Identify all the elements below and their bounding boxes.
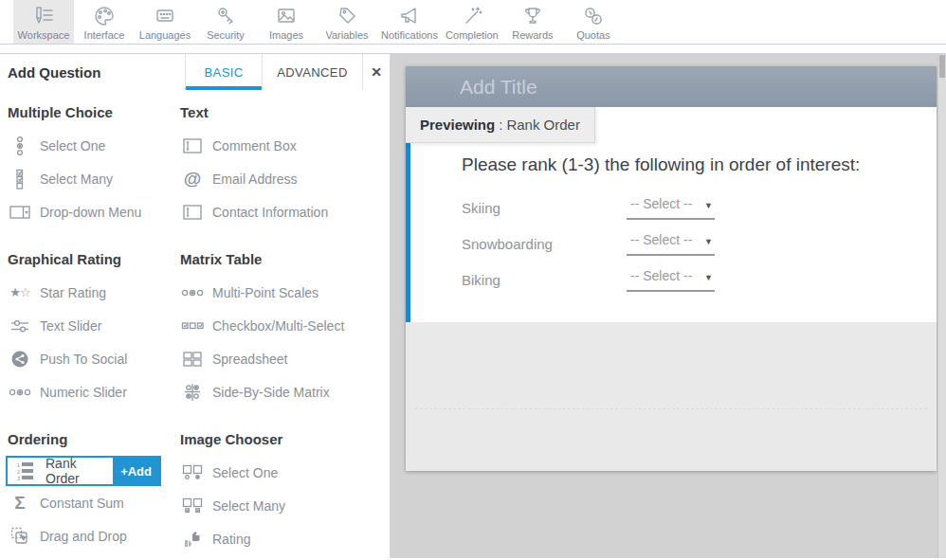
rank-row-label: Biking <box>462 272 627 288</box>
item-push-to-social[interactable]: Push To Social <box>8 342 180 375</box>
languages-icon <box>153 4 177 28</box>
item-side-by-side-matrix[interactable]: Side-By-Side Matrix <box>180 375 390 408</box>
toolbar-item-security[interactable]: Security <box>195 0 256 44</box>
rank-select-snowboarding[interactable]: -- Select -- ▼ <box>627 232 715 256</box>
previewing-value: Rank Order <box>506 117 580 133</box>
item-image-select-one[interactable]: Select One <box>180 456 390 489</box>
section-title: Multiple Choice <box>8 102 180 123</box>
item-label: Push To Social <box>40 352 127 367</box>
item-multi-point-scales[interactable]: Multi-Point Scales <box>180 276 390 309</box>
item-label: Side-By-Side Matrix <box>212 385 330 400</box>
item-dropdown-menu[interactable]: Drop-down Menu <box>8 195 180 228</box>
radio-list-icon <box>8 135 32 156</box>
item-label: Numeric Slider <box>40 385 127 400</box>
toolbar-label: Rewards <box>512 29 553 41</box>
panel-header: Add Question BASIC ADVANCED ✕ <box>0 54 390 90</box>
grid-icon <box>180 352 205 367</box>
item-label: Contact Information <box>212 205 328 220</box>
item-drag-and-drop[interactable]: Drag and Drop <box>8 519 180 552</box>
item-image-rating[interactable]: Rating <box>180 522 390 555</box>
preview-area: Add Title Previewing : Rank Order Please… <box>391 54 946 558</box>
notifications-icon <box>397 4 422 28</box>
quotas-icon <box>581 4 606 28</box>
toolbar-item-languages[interactable]: Languages <box>135 0 195 44</box>
section-graphical-rating: Graphical Rating ★☆ Star Rating Text Sli… <box>8 249 180 408</box>
checkbox-list-icon <box>8 169 32 190</box>
textbox-icon <box>180 137 205 154</box>
rank-row-label: Skiing <box>462 200 627 216</box>
toolbar-item-workspace[interactable]: Workspace <box>13 0 74 44</box>
matrix-icon <box>180 384 205 401</box>
item-select-many[interactable]: Select Many <box>8 162 180 195</box>
scrollbar-thumb[interactable] <box>939 55 945 78</box>
image-radio-icon <box>180 464 205 481</box>
svg-text:1: 1 <box>17 462 20 468</box>
previewing-separator: : <box>499 117 502 133</box>
tab-advanced[interactable]: ADVANCED <box>262 54 362 90</box>
add-button[interactable]: +Add <box>113 458 159 484</box>
item-text-slider[interactable]: Text Slider <box>8 309 180 342</box>
toolbar-label: Languages <box>139 29 191 41</box>
rank-select-skiing[interactable]: -- Select -- ▼ <box>627 196 715 220</box>
item-label: Select Many <box>40 172 113 187</box>
toolbar-item-rewards[interactable]: Rewards <box>502 0 563 44</box>
svg-text:2: 2 <box>17 469 20 475</box>
slider-icon <box>8 318 32 334</box>
rank-row-label: Snowboarding <box>462 236 627 252</box>
item-checkbox-multi-select[interactable]: Checkbox/Multi-Select <box>180 309 390 342</box>
close-icon[interactable]: ✕ <box>362 54 390 90</box>
item-email-address[interactable]: @ Email Address <box>180 162 390 195</box>
item-comment-box[interactable]: Comment Box <box>180 129 390 162</box>
tab-basic[interactable]: BASIC <box>185 54 262 90</box>
item-label: Drag and Drop <box>40 529 127 544</box>
item-label: Multi-Point Scales <box>212 285 318 300</box>
thumbs-icon <box>180 531 205 548</box>
at-icon: @ <box>180 169 205 190</box>
section-matrix-table: Matrix Table Multi-Point Scales Checkbox… <box>180 249 390 408</box>
toolbar-divider-strip <box>0 45 946 54</box>
item-label: Drop-down Menu <box>40 205 141 220</box>
share-icon <box>8 350 32 369</box>
toolbar-item-images[interactable]: Images <box>256 0 317 44</box>
item-contact-information[interactable]: Contact Information <box>180 195 390 228</box>
item-rank-order[interactable]: 123 Rank Order +Add <box>6 456 161 486</box>
toolbar-label: Notifications <box>381 29 438 41</box>
vertical-scrollbar[interactable] <box>937 54 946 558</box>
rank-select-biking[interactable]: -- Select -- ▼ <box>627 268 715 292</box>
item-label: Select One <box>212 465 278 480</box>
radio-row-icon <box>180 287 205 298</box>
item-star-rating[interactable]: ★☆ Star Rating <box>8 276 180 309</box>
section-title: Text <box>180 102 390 123</box>
previewing-label: Previewing <box>420 117 495 133</box>
toolbar-item-variables[interactable]: Variables <box>317 0 377 44</box>
item-image-select-many[interactable]: Select Many <box>180 489 390 522</box>
chevron-down-icon: ▼ <box>704 201 713 210</box>
section-title: Graphical Rating <box>8 249 180 270</box>
rewards-icon <box>520 4 545 28</box>
toolbar-item-quotas[interactable]: Quotas <box>563 0 624 44</box>
survey-title-field[interactable]: Add Title <box>406 66 937 107</box>
rank-order-icon: 123 <box>13 461 38 480</box>
toolbar-item-completion[interactable]: Completion <box>442 0 502 44</box>
item-numeric-slider[interactable]: Numeric Slider <box>8 375 180 408</box>
previewing-badge: Previewing : Rank Order <box>406 107 595 143</box>
select-value: -- Select -- <box>630 232 692 247</box>
sigma-icon: Σ <box>8 493 32 514</box>
item-label: Select One <box>40 138 105 154</box>
toolbar-label: Security <box>207 29 245 41</box>
item-label: Checkbox/Multi-Select <box>212 318 344 334</box>
item-label: Constant Sum <box>40 496 124 511</box>
toolbar-item-notifications[interactable]: Notifications <box>377 0 442 44</box>
toolbar-item-interface[interactable]: Interface <box>74 0 135 44</box>
item-label: Rating <box>212 532 250 547</box>
variables-icon <box>335 4 359 28</box>
chevron-down-icon: ▼ <box>704 237 713 246</box>
item-label: Text Slider <box>40 318 101 334</box>
toolbar-label: Quotas <box>576 29 609 41</box>
question-type-sections: Multiple Choice Select One Select Many D… <box>0 90 390 560</box>
select-value: -- Select -- <box>630 196 692 211</box>
item-constant-sum[interactable]: Σ Constant Sum <box>8 486 180 519</box>
item-label: Star Rating <box>40 285 106 300</box>
item-select-one[interactable]: Select One <box>8 129 180 162</box>
item-spreadsheet[interactable]: Spreadsheet <box>180 342 390 375</box>
